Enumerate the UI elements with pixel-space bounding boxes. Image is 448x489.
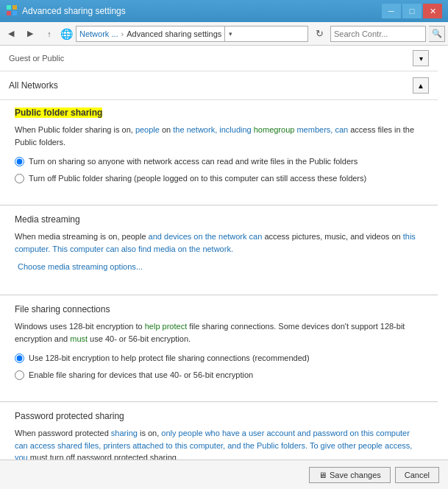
- refresh-button[interactable]: ↻: [311, 26, 327, 42]
- guest-public-section: Guest or Public ▾: [0, 46, 438, 71]
- guest-public-toggle[interactable]: ▾: [413, 50, 429, 66]
- file-sharing-section: File sharing connections Windows uses 12…: [0, 304, 438, 393]
- breadcrumb-current: Advanced sharing settings: [127, 29, 221, 38]
- breadcrumb-network[interactable]: Network ...: [79, 29, 118, 38]
- chevron-up-icon: ▲: [417, 82, 424, 90]
- title-controls: ─ □ ✕: [382, 4, 442, 18]
- minimize-button[interactable]: ─: [382, 4, 401, 18]
- file-sharing-radio2[interactable]: [15, 370, 24, 380]
- address-bar: ◀ ▶ ↑ 🌐 Network ... › Advanced sharing s…: [0, 22, 448, 46]
- file-sharing-option2: Enable file sharing for devices that use…: [15, 369, 423, 381]
- all-networks-toggle[interactable]: ▲: [413, 77, 429, 94]
- media-streaming-link[interactable]: Choose media streaming options...: [18, 262, 423, 271]
- public-folder-description: When Public folder sharing is on, people…: [15, 124, 423, 148]
- search-button[interactable]: 🔍: [429, 26, 445, 42]
- forward-button[interactable]: ▶: [22, 26, 38, 42]
- breadcrumb-bar: Network ... › Advanced sharing settings …: [76, 26, 308, 42]
- svg-rect-2: [7, 11, 11, 15]
- password-protected-title: Password protected sharing: [15, 411, 423, 421]
- file-sharing-title: File sharing connections: [15, 304, 423, 314]
- all-networks-header: All Networks ▲: [0, 71, 438, 100]
- title-bar-left: Advanced sharing settings: [6, 4, 126, 18]
- file-sharing-option1-label: Use 128-bit encryption to help protect f…: [29, 352, 310, 365]
- public-folder-option1: Turn on sharing so anyone with network a…: [15, 155, 423, 168]
- file-sharing-radio1[interactable]: [15, 353, 24, 363]
- breadcrumb-dropdown[interactable]: ▾: [224, 26, 236, 42]
- up-button[interactable]: ↑: [41, 26, 57, 42]
- password-protected-description: When password protected sharing is on, o…: [15, 427, 423, 464]
- public-folder-option2: Turn off Public folder sharing (people l…: [15, 172, 423, 185]
- file-sharing-option1: Use 128-bit encryption to help protect f…: [15, 352, 423, 365]
- public-folder-radio2[interactable]: [15, 174, 24, 183]
- title-bar: Advanced sharing settings ─ □ ✕: [0, 0, 448, 22]
- save-changes-button[interactable]: 🖥 Save changes: [309, 467, 391, 483]
- svg-rect-0: [7, 5, 11, 10]
- media-streaming-description: When media streaming is on, people and d…: [15, 231, 423, 255]
- public-folder-section: Public folder sharing When Public folder…: [0, 100, 438, 196]
- save-changes-label: Save changes: [330, 471, 381, 479]
- media-streaming-title: Media streaming: [15, 214, 423, 225]
- bottom-bar: 🖥 Save changes Cancel: [0, 460, 448, 489]
- cancel-button[interactable]: Cancel: [395, 467, 439, 483]
- breadcrumb-sep: ›: [121, 29, 124, 38]
- network-icon: 🌐: [60, 28, 73, 40]
- file-sharing-description: Windows uses 128-bit encryption to help …: [15, 320, 423, 345]
- maximize-button[interactable]: □: [402, 4, 422, 18]
- window-title: Advanced sharing settings: [22, 6, 126, 16]
- back-button[interactable]: ◀: [3, 26, 19, 42]
- all-networks-label: All Networks: [9, 80, 58, 91]
- svg-rect-1: [13, 5, 17, 10]
- app-icon: [6, 4, 18, 18]
- public-folder-option1-label: Turn on sharing so anyone with network a…: [29, 155, 358, 168]
- public-folder-option2-label: Turn off Public folder sharing (people l…: [29, 172, 366, 185]
- media-streaming-section: Media streaming When media streaming is …: [0, 214, 438, 286]
- svg-rect-3: [13, 11, 17, 15]
- public-folder-radio1[interactable]: [15, 157, 24, 166]
- file-sharing-option2-label: Enable file sharing for devices that use…: [29, 369, 253, 381]
- chevron-down-icon: ▾: [419, 54, 423, 63]
- guest-public-label: Guest or Public: [9, 54, 64, 63]
- search-input[interactable]: [330, 26, 426, 42]
- close-button[interactable]: ✕: [423, 4, 442, 18]
- public-folder-title: Public folder sharing: [15, 108, 102, 118]
- save-icon: 🖥: [319, 471, 327, 479]
- main-content: Guest or Public ▾ All Networks ▲ Public …: [0, 46, 448, 489]
